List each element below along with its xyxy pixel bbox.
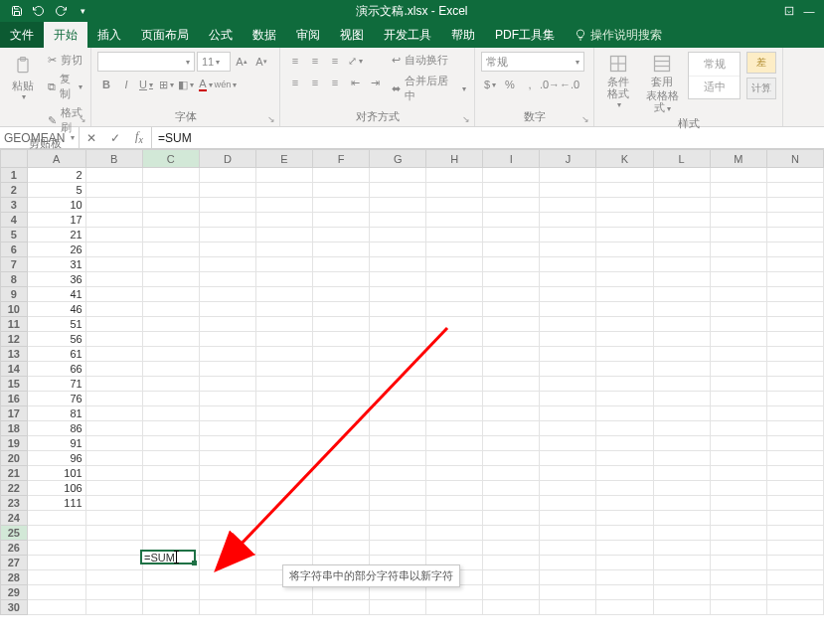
cell[interactable] [199,600,255,615]
percent-format-icon[interactable]: % [501,76,519,93]
minimize-icon[interactable]: — [802,4,816,18]
cell[interactable] [483,377,540,392]
cell[interactable] [710,272,766,287]
wrap-text-button[interactable]: ↩ 自动换行 [390,52,468,69]
cell[interactable] [85,511,142,526]
cell[interactable] [85,556,142,570]
cell[interactable] [85,421,142,436]
cell[interactable] [653,257,710,272]
cell[interactable] [85,526,142,541]
cell[interactable] [142,242,199,257]
cell[interactable] [142,392,199,406]
cell[interactable] [370,183,426,198]
cell[interactable] [255,600,312,615]
cell[interactable] [426,183,483,198]
column-header[interactable]: C [142,150,199,168]
cell[interactable]: 66 [27,362,85,377]
cell[interactable] [483,541,540,556]
cell[interactable] [199,168,255,183]
cell[interactable] [540,496,596,511]
cell[interactable] [710,287,766,302]
insert-function-button[interactable]: fx [127,129,151,145]
cell[interactable] [766,406,823,421]
cell[interactable] [596,228,653,242]
cell[interactable] [199,198,255,213]
column-header[interactable]: J [540,150,596,168]
cell[interactable] [596,183,653,198]
cell[interactable] [653,168,710,183]
cell[interactable] [766,272,823,287]
cell[interactable] [540,183,596,198]
cell[interactable] [313,183,370,198]
tab-review[interactable]: 审阅 [286,22,330,48]
column-header[interactable]: E [255,150,312,168]
cell[interactable] [370,317,426,332]
cell[interactable] [85,332,142,347]
cell[interactable] [596,526,653,541]
cell[interactable] [540,466,596,481]
cell[interactable] [483,436,540,451]
column-header[interactable]: B [85,150,142,168]
cut-button[interactable]: ✂ 剪切 [46,52,84,69]
cell[interactable] [710,570,766,585]
cell[interactable] [85,600,142,615]
cell[interactable] [426,213,483,228]
cell[interactable] [313,213,370,228]
cell[interactable] [27,600,85,615]
cell[interactable] [85,257,142,272]
cell[interactable] [653,526,710,541]
cell[interactable] [766,392,823,406]
row-header[interactable]: 5 [1,228,28,242]
cell[interactable] [540,272,596,287]
cell[interactable] [85,168,142,183]
cell[interactable] [596,362,653,377]
cell[interactable] [483,481,540,496]
cell[interactable] [766,466,823,481]
cell[interactable] [313,541,370,556]
cell[interactable] [199,362,255,377]
style-more[interactable]: 计算 [746,78,776,99]
cell[interactable]: 36 [27,272,85,287]
cell[interactable] [710,436,766,451]
cell[interactable] [653,213,710,228]
row-header[interactable]: 28 [1,570,28,585]
cell[interactable] [483,466,540,481]
cell[interactable] [142,466,199,481]
select-all-corner[interactable] [1,150,28,168]
format-as-table-button[interactable]: 套用 表格格式▾ [642,52,682,116]
cell[interactable] [483,451,540,466]
cell[interactable] [85,302,142,317]
cell[interactable] [483,585,540,600]
cell[interactable] [766,168,823,183]
cell[interactable] [199,526,255,541]
cell[interactable] [766,570,823,585]
comma-format-icon[interactable]: , [521,76,539,93]
font-color-button[interactable]: A▾ [197,76,215,93]
row-header[interactable]: 11 [1,317,28,332]
cell[interactable] [255,242,312,257]
cell[interactable] [255,406,312,421]
cell[interactable] [142,526,199,541]
row-header[interactable]: 14 [1,362,28,377]
redo-icon[interactable] [54,4,68,18]
cell[interactable] [27,541,85,556]
cell[interactable] [540,392,596,406]
cell[interactable] [142,198,199,213]
cell[interactable] [483,496,540,511]
worksheet-grid[interactable]: ABCDEFGHIJKLMN12253104175216267318369411… [0,149,824,644]
cell[interactable] [483,302,540,317]
cell[interactable]: 96 [27,451,85,466]
cell[interactable] [596,242,653,257]
cell[interactable] [653,570,710,585]
cell[interactable] [540,541,596,556]
cell[interactable] [596,570,653,585]
cell[interactable] [85,377,142,392]
cell[interactable] [313,451,370,466]
cell[interactable] [85,213,142,228]
cell[interactable] [313,496,370,511]
cell[interactable] [653,406,710,421]
cell[interactable] [540,317,596,332]
cell[interactable] [199,466,255,481]
decrease-font-icon[interactable]: A▾ [252,53,270,71]
cell[interactable] [27,526,85,541]
